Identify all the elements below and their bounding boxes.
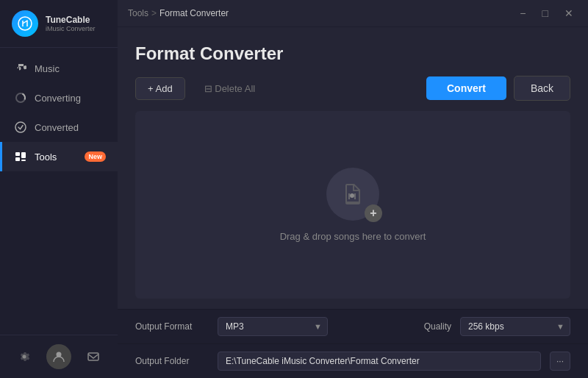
- app-name: TuneCable: [46, 15, 96, 25]
- output-format-label: Output Format: [135, 321, 209, 332]
- breadcrumb-current: Format Converter: [159, 8, 229, 18]
- content-area: Format Converter + Add ⊟ Delete All Conv…: [118, 27, 588, 309]
- quality-label: Quality: [424, 321, 451, 332]
- window-controls: − □ ✕: [515, 6, 578, 21]
- convert-button[interactable]: Convert: [426, 76, 506, 100]
- output-folder-row: Output Folder ···: [118, 344, 588, 378]
- close-button[interactable]: ✕: [560, 6, 578, 21]
- toolbar: + Add ⊟ Delete All Convert Back: [135, 76, 570, 101]
- delete-all-button[interactable]: ⊟ Delete All: [193, 78, 268, 99]
- music-icon: [14, 62, 27, 75]
- converted-icon: [14, 121, 27, 134]
- converting-icon: [14, 91, 27, 104]
- drop-zone[interactable]: + Drag & drop songs here to convert: [135, 111, 570, 299]
- output-format-select-wrap: MP3 AAC FLAC WAV OGG M4A ▼: [218, 317, 328, 336]
- breadcrumb-sep: >: [151, 8, 157, 18]
- svg-point-0: [18, 17, 32, 30]
- sidebar-nav: Music Converting Converted: [0, 48, 118, 335]
- back-button[interactable]: Back: [514, 76, 570, 101]
- sidebar-converted-label: Converted: [35, 122, 79, 133]
- sidebar-item-music[interactable]: Music: [0, 54, 118, 83]
- sidebar-item-converting[interactable]: Converting: [0, 83, 118, 113]
- output-folder-label: Output Folder: [135, 356, 209, 366]
- svg-rect-4: [15, 157, 20, 161]
- output-format-row: Output Format MP3 AAC FLAC WAV OGG M4A ▼…: [118, 310, 588, 344]
- add-button[interactable]: + Add: [135, 77, 185, 100]
- logo-text: TuneCable iMusic Converter: [46, 15, 96, 32]
- mail-icon[interactable]: [82, 345, 105, 368]
- sidebar-tools-label: Tools: [35, 151, 57, 163]
- tools-new-badge: New: [85, 151, 106, 162]
- sidebar-bottom: [0, 335, 118, 378]
- minimize-button[interactable]: −: [515, 6, 530, 21]
- breadcrumb: Tools > Format Converter: [128, 8, 229, 18]
- svg-rect-3: [21, 152, 26, 158]
- app-subtitle: iMusic Converter: [46, 25, 96, 32]
- sidebar-music-label: Music: [35, 63, 60, 74]
- logo-area: TuneCable iMusic Converter: [0, 0, 118, 48]
- footer-bar: Output Format MP3 AAC FLAC WAV OGG M4A ▼…: [118, 309, 588, 378]
- main-content: Tools > Format Converter − □ ✕ Format Co…: [118, 0, 588, 378]
- maximize-button[interactable]: □: [538, 6, 553, 21]
- svg-rect-7: [88, 353, 98, 360]
- drop-plus-icon: +: [365, 204, 382, 222]
- drop-icon-wrap: +: [326, 168, 379, 221]
- avatar[interactable]: [46, 344, 71, 369]
- quality-select[interactable]: 128 kbps 192 kbps 256 kbps 320 kbps: [460, 317, 570, 336]
- app-logo-icon: [12, 10, 38, 37]
- breadcrumb-parent: Tools: [128, 8, 148, 18]
- sidebar-item-tools[interactable]: Tools New: [0, 142, 118, 171]
- output-format-select[interactable]: MP3 AAC FLAC WAV OGG M4A: [218, 317, 328, 336]
- quality-select-wrap: 128 kbps 192 kbps 256 kbps 320 kbps ▼: [460, 317, 570, 336]
- output-folder-input[interactable]: [218, 352, 541, 371]
- sidebar: TuneCable iMusic Converter Music: [0, 0, 118, 378]
- drop-hint-text: Drag & drop songs here to convert: [280, 231, 426, 242]
- svg-point-1: [15, 122, 26, 132]
- svg-rect-2: [15, 152, 20, 156]
- svg-point-8: [350, 193, 354, 198]
- svg-rect-5: [21, 160, 26, 161]
- settings-icon[interactable]: [12, 345, 36, 368]
- page-title: Format Converter: [135, 43, 570, 64]
- browse-folder-button[interactable]: ···: [550, 352, 570, 371]
- tools-icon: [14, 150, 27, 163]
- quality-section: Quality 128 kbps 192 kbps 256 kbps 320 k…: [424, 317, 570, 336]
- sidebar-converting-label: Converting: [35, 93, 81, 104]
- sidebar-item-converted[interactable]: Converted: [0, 113, 118, 142]
- titlebar: Tools > Format Converter − □ ✕: [118, 0, 588, 27]
